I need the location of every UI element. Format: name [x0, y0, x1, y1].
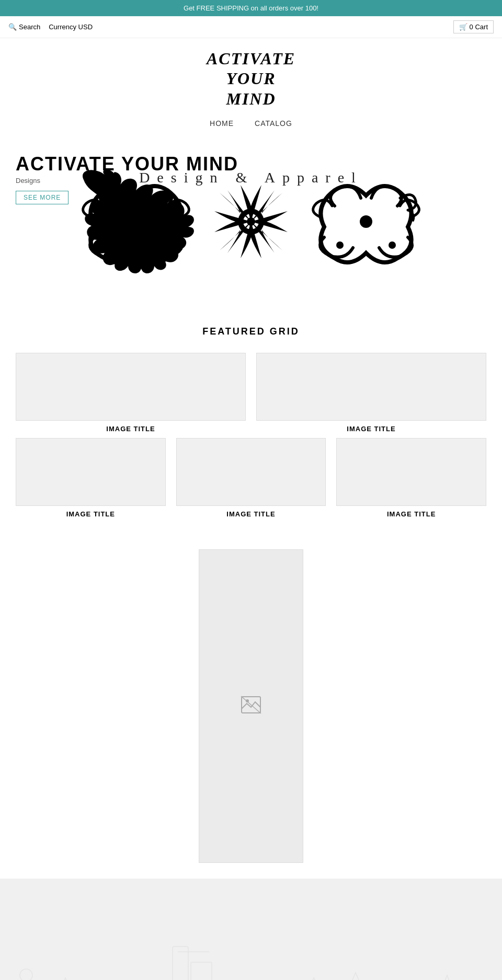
featured-label-4: IMAGE TITLE [176, 510, 326, 518]
svg-point-0 [130, 215, 142, 228]
logo-line2: YOUR [0, 68, 502, 88]
logo-line1: ACTIVATE [0, 49, 502, 68]
svg-point-1 [106, 241, 113, 249]
svg-point-6 [360, 215, 372, 228]
featured-grid-title: FEATURED GRID [10, 326, 492, 337]
svg-marker-21 [298, 978, 329, 980]
main-nav: HOME CATALOG [0, 114, 502, 138]
currency-value: USD [78, 23, 93, 31]
image-placeholder-icon [241, 696, 261, 717]
featured-item-4[interactable]: IMAGE TITLE [176, 438, 326, 518]
cart-button[interactable]: 🛒 0 Cart [453, 20, 494, 33]
featured-label-1: IMAGE TITLE [16, 425, 246, 433]
nav-catalog[interactable]: CATALOG [255, 119, 292, 128]
featured-section: FEATURED GRID IMAGE TITLE IMAGE TITLE IM… [0, 305, 502, 528]
currency-label: Currency [49, 23, 76, 31]
logo-line3: MIND [0, 89, 502, 109]
footer-svg [16, 894, 486, 980]
nav-home[interactable]: HOME [210, 119, 234, 128]
currency-selector[interactable]: Currency USD [49, 23, 93, 31]
featured-item-1[interactable]: IMAGE TITLE [16, 353, 246, 433]
logo-area: ACTIVATE YOUR MIND [0, 38, 502, 114]
hero-section: ACTIVATE YOUR MIND Designs SEE MORE Desi… [0, 138, 502, 305]
product-placeholder [199, 549, 303, 863]
featured-image-2 [256, 353, 486, 421]
featured-image-4 [176, 438, 326, 506]
search-icon: 🔍 [8, 23, 17, 31]
featured-item-5[interactable]: IMAGE TITLE [336, 438, 486, 518]
hero-title: ACTIVATE YOUR MIND [16, 154, 238, 175]
featured-label-3: IMAGE TITLE [16, 510, 166, 518]
logo[interactable]: ACTIVATE YOUR MIND [0, 49, 502, 109]
featured-label-5: IMAGE TITLE [336, 510, 486, 518]
featured-image-3 [16, 438, 166, 506]
announcement-text: Get FREE SHIPPING on all orders over 100… [184, 4, 318, 12]
cart-label: 0 Cart [470, 23, 488, 31]
svg-point-8 [389, 241, 396, 249]
announcement-bar: Get FREE SHIPPING on all orders over 100… [0, 0, 502, 16]
featured-image-1 [16, 353, 246, 421]
featured-item-2[interactable]: IMAGE TITLE [256, 353, 486, 433]
svg-marker-13 [52, 978, 78, 980]
svg-point-14 [20, 969, 32, 980]
svg-rect-19 [191, 962, 212, 980]
featured-item-3[interactable]: IMAGE TITLE [16, 438, 166, 518]
svg-point-2 [158, 241, 166, 249]
hero-text-block: ACTIVATE YOUR MIND Designs SEE MORE [16, 154, 238, 204]
svg-point-7 [336, 241, 344, 249]
search-button[interactable]: 🔍 Search [8, 23, 40, 31]
featured-row1: IMAGE TITLE IMAGE TITLE [16, 353, 486, 433]
see-more-button[interactable]: SEE MORE [16, 191, 69, 204]
svg-marker-24 [434, 975, 460, 980]
footer-decorative-art [16, 894, 486, 980]
header-left: 🔍 Search Currency USD [8, 23, 93, 31]
header: 🔍 Search Currency USD 🛒 0 Cart [0, 16, 502, 38]
search-label: Search [19, 23, 40, 31]
cart-icon: 🛒 [459, 23, 467, 31]
featured-row2: IMAGE TITLE IMAGE TITLE IMAGE TITLE [16, 438, 486, 518]
featured-image-5 [336, 438, 486, 506]
svg-marker-22 [340, 973, 371, 980]
product-section [0, 528, 502, 879]
featured-label-2: IMAGE TITLE [256, 425, 486, 433]
footer-area [0, 879, 502, 980]
hero-subtitle: Designs [16, 177, 238, 185]
